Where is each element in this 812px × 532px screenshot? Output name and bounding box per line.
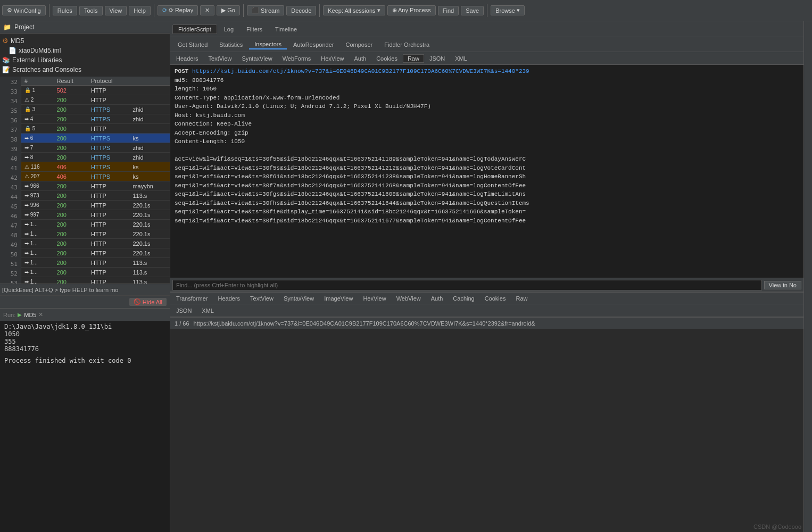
resp-subtab2-json[interactable]: JSON [171,306,196,315]
session-host: ks [129,172,170,181]
table-row[interactable]: ➡ 997 200 HTTP 220.1s [21,210,170,220]
view-in-button[interactable]: View in No [764,281,801,289]
req-subtab-auth[interactable]: Auth [350,54,371,63]
table-row[interactable]: ⚠ 2 200 HTTP [21,95,170,105]
view-button[interactable]: View [105,6,127,15]
inspector-row: Get StartedStatisticsInspectorsAutoRespo… [170,37,803,52]
resp-subtab-raw[interactable]: Raw [511,294,532,303]
resp-subtab-auth[interactable]: Auth [426,294,448,303]
any-process-button[interactable]: ⊕ Any Process [387,5,436,15]
table-row[interactable]: ➡ 973 200 HTTP 113.s [21,191,170,201]
resp-subtab-caching[interactable]: Caching [448,294,479,303]
table-row[interactable]: ➡ 966 200 HTTP mayybn [21,181,170,191]
table-row[interactable]: ➡ 1... 200 HTTP 220.1s [21,220,170,229]
console-val1: 1050 [4,330,165,338]
tree-item-scratches[interactable]: 📝 Scratches and Consoles [0,65,170,74]
rules-button[interactable]: Rules [53,6,77,15]
table-row[interactable]: 🔒 3 200 HTTPS zhid [21,105,170,114]
rules-label: Rules [57,7,72,14]
tree-item-libraries[interactable]: 📚 External Libraries [0,55,170,65]
inspector-tab-composer[interactable]: Composer [340,40,378,49]
table-row[interactable]: ➡ 7 200 HTTPS zhid [21,143,170,153]
fiddler-tab-timeline[interactable]: Timeline [269,24,303,34]
tools-button[interactable]: Tools [79,6,103,15]
resp-subtab-textview[interactable]: TextView [245,294,278,303]
fiddler-tab-log[interactable]: Log [218,24,239,34]
resp-subtab-syntaxview[interactable]: SyntaxView [279,294,319,303]
decode-button[interactable]: Decode [286,6,316,15]
req-subtab-xml[interactable]: XML [450,54,472,63]
request-url[interactable]: https://kstj.baidu.com/ctj/1know?v=737&i… [192,68,529,74]
inspector-tab-get-started[interactable]: Get Started [172,40,213,49]
session-result: 200 [54,95,88,105]
resp-subtab-hexview[interactable]: HexView [358,294,391,303]
table-row[interactable]: ⚠ 207 406 HTTPS ks [21,172,170,181]
table-row[interactable]: ➡ 1... 200 HTTP 113.s [21,268,170,277]
session-num: ⚠ 116 [21,162,54,172]
req-subtab-textview[interactable]: TextView [204,54,237,63]
body-line-3: seq=1&l=wifi&act=view&ts=30f7a&sid=18bc2… [175,181,799,190]
stream-button[interactable]: ⬛ Stream [247,5,284,15]
console-val3: 888341776 [4,345,165,353]
keep-button[interactable]: Keep: All sessions ▾ [323,5,385,15]
resp-subtab-cookies[interactable]: Cookies [480,294,511,303]
session-list: # Result Protocol 🔒 1 502 HTTP ⚠ 2 200 H… [21,77,170,284]
resp-subtab-headers[interactable]: Headers [213,294,245,303]
save-button[interactable]: Save [461,6,484,15]
tree-item-iml[interactable]: 📄 xiaoDuMd5.iml [0,46,170,55]
table-row[interactable]: ➡ 1... 200 HTTP 220.1s [21,229,170,239]
find-input[interactable] [172,280,762,290]
fiddler-tab-filters[interactable]: Filters [241,24,268,34]
req-subtab-cookies[interactable]: Cookies [371,54,402,63]
session-protocol: HTTP [88,277,129,284]
session-protocol: HTTP [88,95,129,105]
winconfig-button[interactable]: ⚙ WinConfig [2,5,46,15]
replay-button[interactable]: ⟳ ⟳ Replay [158,5,198,15]
run-play-icon: ▶ [18,312,22,318]
session-result: 200 [54,229,88,239]
table-row[interactable]: ➡ 8 200 HTTPS zhid [21,153,170,162]
console-val2: 355 [4,338,165,345]
x-button[interactable]: ✕ [200,5,214,15]
resp-subtab2-xml[interactable]: XML [197,306,219,315]
find-button[interactable]: Find [438,6,459,15]
inspector-tab-fiddler-orchestra[interactable]: Fiddler Orchestra [379,40,435,49]
req-subtab-json[interactable]: JSON [425,54,450,63]
req-subtab-hexview[interactable]: HexView [316,54,349,63]
table-row[interactable]: 🔒 5 200 HTTP [21,124,170,134]
resp-subtab-imageview[interactable]: ImageView [319,294,358,303]
table-row[interactable]: ➡ 1... 200 HTTP 220.1s [21,248,170,258]
resp-subtab-transformer[interactable]: Transformer [171,294,213,303]
session-num: ➡ 8 [21,153,54,162]
project-label: Project [14,23,34,31]
table-row[interactable]: ➡ 996 200 HTTP 220.1s [21,201,170,210]
session-protocol: HTTP [88,181,129,191]
table-row[interactable]: ⚠ 116 406 HTTPS ks [21,162,170,172]
req-subtab-raw[interactable]: Raw [403,54,424,63]
session-host: 113.s [129,258,170,268]
table-row[interactable]: ➡ 1... 200 HTTP 113.s [21,277,170,284]
req-subtab-syntaxview[interactable]: SyntaxView [237,54,277,63]
table-row[interactable]: ➡ 1... 200 HTTP 220.1s [21,239,170,248]
req-subtab-webforms[interactable]: WebForms [278,54,316,63]
help-button[interactable]: Help [129,6,151,15]
inspector-tab-inspectors[interactable]: Inspectors [249,40,287,49]
fiddler-tab-fiddlerscript[interactable]: FiddlerScript [172,24,217,34]
table-row[interactable]: 🔒 1 502 HTTP [21,86,170,95]
browse-button[interactable]: Browse ▾ [491,5,525,15]
req-subtab-headers[interactable]: Headers [171,54,203,63]
play-button[interactable]: ▶ Go [217,5,240,15]
table-row[interactable]: ➡ 6 200 HTTPS ks [21,134,170,143]
inspector-tab-autoresponder[interactable]: AutoResponder [288,40,339,49]
inspector-tab-statistics[interactable]: Statistics [214,40,248,49]
resp-subtab-webview[interactable]: WebView [392,294,426,303]
table-row[interactable]: ➡ 1... 200 HTTP 113.s [21,258,170,268]
libraries-icon: 📚 [2,56,10,64]
tree-item-md5[interactable]: ⚙ MD5 [0,36,170,46]
run-close-icon[interactable]: ✕ [38,311,43,318]
hide-all-button[interactable]: 🚫 Hide All [129,298,167,306]
session-protocol: HTTPS [88,153,129,162]
session-result: 200 [54,191,88,201]
table-row[interactable]: ➡ 4 200 HTTPS zhid [21,114,170,124]
session-protocol: HTTPS [88,105,129,114]
